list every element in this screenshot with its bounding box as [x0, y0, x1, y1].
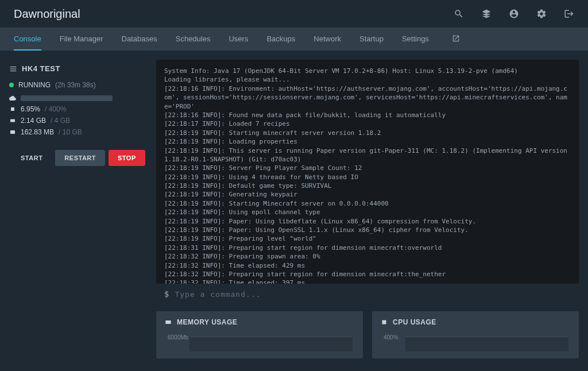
disk-used: 162.83 MB — [21, 128, 54, 136]
disk-limit: / 10 GB — [59, 128, 82, 136]
console-prompt-icon: $ — [164, 289, 169, 299]
memory-ytick: 6000Mb — [168, 334, 188, 341]
search-icon[interactable] — [454, 9, 464, 19]
power-buttons: START RESTART STOP — [9, 150, 142, 166]
microchip-icon — [9, 106, 16, 113]
tab-backups[interactable]: Backups — [266, 28, 295, 51]
cpu-chart-icon — [380, 318, 388, 326]
server-name: HK4 TEST — [22, 64, 60, 73]
memory-chart-body: 6000Mb — [164, 334, 355, 351]
server-name-row: HK4 TEST — [9, 64, 142, 73]
tab-databases[interactable]: Databases — [122, 28, 157, 51]
app-header: Dawnoriginal — [0, 0, 588, 28]
layers-icon[interactable] — [481, 9, 492, 19]
cpu-chart-title: CPU USAGE — [393, 318, 436, 326]
charts-row: MEMORY USAGE 6000Mb CPU USAGE 400% — [156, 311, 579, 358]
admin-settings-icon[interactable] — [536, 9, 547, 19]
svg-rect-0 — [11, 107, 14, 111]
start-button[interactable]: START — [11, 150, 52, 166]
memory-chart-title: MEMORY USAGE — [177, 318, 237, 326]
tab-users[interactable]: Users — [229, 28, 248, 51]
tab-schedules[interactable]: Schedules — [176, 28, 211, 51]
tab-settings[interactable]: Settings — [402, 28, 429, 51]
nav-tabs: Console File Manager Databases Schedules… — [0, 28, 588, 51]
cloud-icon — [9, 95, 16, 102]
disk-row: 162.83 MB / 10 GB — [9, 128, 142, 136]
cpu-chart-card: CPU USAGE 400% — [372, 311, 579, 358]
cpu-ytick: 400% — [384, 334, 399, 341]
server-list-icon — [9, 65, 17, 73]
status-row: RUNNING (2h 33m 38s) — [9, 81, 142, 89]
mem-limit: / 4 GB — [51, 117, 70, 125]
svg-rect-3 — [165, 320, 171, 324]
account-icon[interactable] — [509, 9, 519, 19]
brand-title: Dawnoriginal — [14, 7, 80, 21]
sidebar: HK4 TEST RUNNING (2h 33m 38s) 6.95% / 40… — [5, 60, 147, 358]
cpu-row: 6.95% / 400% — [9, 105, 142, 113]
cpu-chart-area — [405, 337, 568, 351]
address-row — [9, 95, 142, 102]
cpu-used: 6.95% — [21, 105, 40, 113]
restart-button[interactable]: RESTART — [55, 150, 105, 166]
header-icon-group — [454, 9, 574, 19]
svg-rect-1 — [10, 119, 15, 122]
tab-network[interactable]: Network — [314, 28, 341, 51]
uptime-label: (2h 33m 38s) — [55, 81, 96, 89]
status-dot-icon — [9, 83, 14, 87]
mem-used: 2.14 GB — [21, 117, 46, 125]
address-redacted — [21, 95, 113, 101]
tab-console[interactable]: Console — [14, 28, 41, 51]
tab-file-manager[interactable]: File Manager — [60, 28, 103, 51]
main-panel: System Info: Java 17 (OpenJDK 64-Bit Ser… — [156, 60, 579, 358]
logout-icon[interactable] — [564, 9, 574, 19]
cpu-chart-body: 400% — [380, 334, 571, 351]
svg-rect-4 — [382, 320, 386, 324]
console-command-input[interactable] — [175, 290, 571, 299]
memory-chart-icon — [164, 318, 172, 326]
status-label: RUNNING — [18, 81, 51, 89]
tab-startup[interactable]: Startup — [359, 28, 384, 51]
hdd-icon — [9, 129, 16, 136]
memory-chart-card: MEMORY USAGE 6000Mb — [156, 311, 363, 358]
console-output[interactable]: System Info: Java 17 (OpenJDK 64-Bit Ser… — [156, 60, 579, 284]
stop-button[interactable]: STOP — [109, 150, 145, 166]
cpu-limit: / 400% — [45, 105, 66, 113]
external-link-icon[interactable] — [452, 34, 460, 44]
console-input-row: $ — [156, 284, 579, 304]
memory-icon — [9, 117, 16, 124]
memory-row: 2.14 GB / 4 GB — [9, 117, 142, 125]
svg-rect-2 — [10, 130, 15, 134]
memory-chart-area — [189, 337, 353, 351]
